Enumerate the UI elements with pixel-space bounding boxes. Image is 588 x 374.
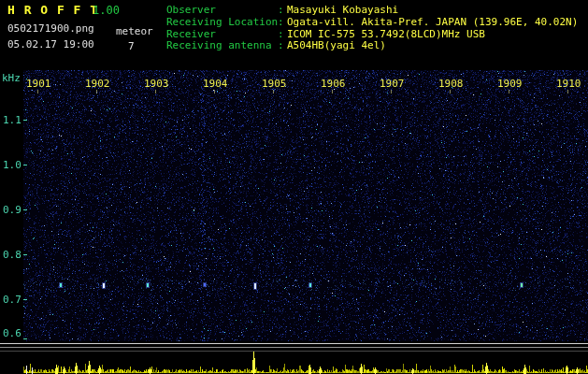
info-row-location: Receiving Location : Ogata-vill. Akita-P… xyxy=(166,17,578,29)
echo-count: 7 xyxy=(128,40,135,52)
output-filename: 0502171900.png xyxy=(7,22,94,35)
y-tick-label: 0.7 xyxy=(3,294,22,306)
x-tick-label: 1903 xyxy=(144,78,169,90)
y-axis-unit-label: kHz xyxy=(2,72,21,84)
x-tick-label: 1907 xyxy=(380,78,405,90)
mode-label: meteor xyxy=(116,25,153,37)
y-tick-label: 0.9 xyxy=(3,204,22,216)
app-title: H R O F F T xyxy=(7,3,98,17)
info-value: Ogata-vill. Akita-Pref. JAPAN (139.96E, … xyxy=(287,17,578,29)
info-value: A504HB(yagi 4el) xyxy=(287,40,386,52)
y-tick-label: 1.1 xyxy=(3,114,22,126)
info-separator: : xyxy=(278,17,287,29)
x-tick-label: 1906 xyxy=(321,78,346,90)
x-tick-label: 1901 xyxy=(26,78,51,90)
y-tick-label: 0.6 xyxy=(3,327,22,339)
station-info: Observer : Masayuki Kobayashi Receiving … xyxy=(166,5,578,52)
y-tick-label: 0.8 xyxy=(3,249,22,261)
info-separator: : xyxy=(278,40,287,52)
info-value: Masayuki Kobayashi xyxy=(287,5,398,17)
x-tick-label: 1902 xyxy=(85,78,110,90)
x-tick-label: 1910 xyxy=(556,78,581,90)
info-label: Receiving Location xyxy=(166,17,278,29)
info-separator: : xyxy=(278,5,287,17)
observation-datetime: 05.02.17 19:00 xyxy=(7,38,94,50)
info-label: Observer xyxy=(166,5,278,17)
app-version: 1.00 xyxy=(93,4,120,17)
info-row-antenna: Receiving antenna : A504HB(yagi 4el) xyxy=(166,40,578,52)
x-tick-label: 1904 xyxy=(203,78,228,90)
y-tick-label: 1.0 xyxy=(3,159,22,171)
x-tick-label: 1909 xyxy=(497,78,523,90)
hrofft-spectrogram-screen: H R O F F T 1.00 0502171900.png meteor 0… xyxy=(0,0,588,374)
spectrogram-canvas xyxy=(0,0,588,374)
info-label: Receiving antenna xyxy=(166,40,278,52)
info-row-observer: Observer : Masayuki Kobayashi xyxy=(166,5,578,17)
x-tick-label: 1905 xyxy=(262,78,287,90)
x-tick-label: 1908 xyxy=(438,78,464,90)
